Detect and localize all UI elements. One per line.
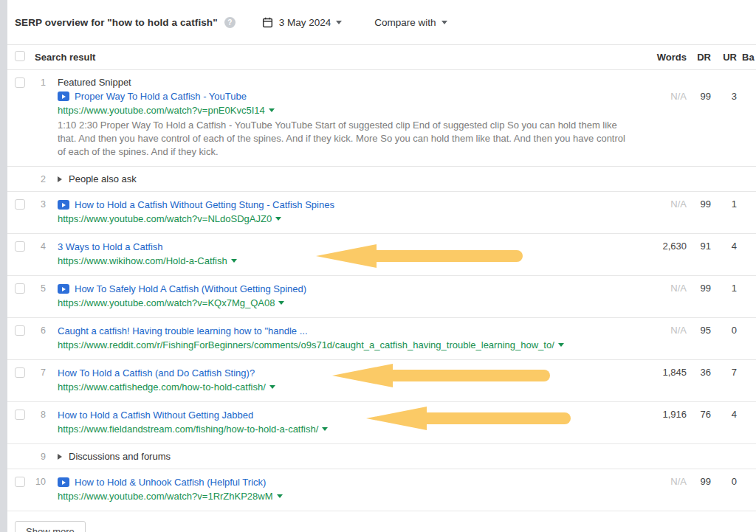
url-dropdown-caret[interactable] — [278, 301, 284, 305]
table-row: 5How To Safely Hold A Catfish (Without G… — [7, 276, 756, 318]
table-row: 10How to Hold & Unhook Catfish (Helpful … — [7, 469, 756, 511]
url-dropdown-caret[interactable] — [322, 427, 328, 431]
row-position: 9 — [25, 452, 46, 462]
expand-icon — [58, 454, 62, 460]
row-checkbox[interactable] — [15, 477, 25, 487]
row-position: 3 — [25, 198, 46, 210]
result-url[interactable]: https://www.catfishedge.com/how-to-hold-… — [58, 380, 266, 394]
table-row: 3How to Hold a Catfish Without Getting S… — [7, 192, 756, 234]
row-checkbox[interactable] — [15, 199, 25, 210]
row-position: 7 — [25, 366, 46, 378]
column-header-backlinks: Ba — [737, 52, 756, 63]
row-checkbox[interactable] — [15, 410, 25, 420]
result-snippet: 1:10 2:30 Proper Way To Hold a Catfish -… — [58, 119, 635, 159]
row-position: 1 — [25, 76, 46, 88]
dr-value: 99 — [687, 76, 711, 102]
result-url[interactable]: https://www.wikihow.com/Hold-a-Catfish — [58, 254, 227, 268]
dr-value: 99 — [687, 198, 711, 210]
result-title-link[interactable]: How To Safely Hold A Catfish (Without Ge… — [75, 282, 306, 296]
calendar-icon — [262, 17, 273, 28]
url-dropdown-caret[interactable] — [231, 259, 237, 263]
result-title-link[interactable]: Proper Way To Hold a Catfish - YouTube — [75, 89, 247, 103]
serp-feature-toggle[interactable]: People also ask — [58, 173, 635, 184]
words-value: N/A — [635, 282, 687, 294]
result-title-link[interactable]: How To Hold a Catfish (and Do Catfish St… — [58, 366, 255, 380]
table-row: 43 Ways to Hold a Catfishhttps://www.wik… — [7, 234, 756, 276]
video-play-icon — [58, 477, 69, 487]
serp-feature-row: 2People also ask — [7, 167, 756, 192]
ur-value — [711, 456, 737, 457]
row-position: 6 — [25, 324, 46, 336]
result-url[interactable]: https://www.youtube.com/watch?v=1RrZhKP2… — [58, 489, 273, 503]
result-url[interactable]: https://www.fieldandstream.com/fishing/h… — [58, 422, 318, 436]
result-title-link[interactable]: 3 Ways to Hold a Catfish — [58, 240, 163, 254]
featured-snippet-label: Featured Snippet — [58, 76, 635, 89]
serp-feature-row: 9Discussions and forums — [7, 444, 756, 469]
serp-overview-page: SERP overview for "how to hold a catfish… — [0, 0, 756, 532]
ur-value: 7 — [711, 366, 737, 378]
results-table-body: 1Featured SnippetProper Way To Hold a Ca… — [7, 70, 756, 511]
result-title-link[interactable]: How to Hold & Unhook Catfish (Helpful Tr… — [75, 475, 266, 489]
words-value — [635, 456, 687, 457]
show-more-button[interactable]: Show more — [15, 521, 86, 532]
result-title-link[interactable]: Caught a catfish! Having trouble learnin… — [58, 324, 308, 338]
video-play-icon — [58, 200, 69, 210]
row-position: 2 — [25, 174, 46, 184]
dr-value: 91 — [687, 240, 711, 252]
result-title-link[interactable]: How to Hold a Catfish Without Getting St… — [75, 198, 334, 212]
result-url[interactable]: https://www.youtube.com/watch?v=pnE0Kvc5… — [58, 103, 265, 117]
result-url[interactable]: https://www.reddit.com/r/FishingForBegin… — [58, 338, 554, 352]
ur-value: 3 — [711, 76, 737, 102]
column-header-search-result: Search result — [25, 52, 635, 63]
words-value: N/A — [635, 324, 687, 336]
compare-with-dropdown[interactable]: Compare with — [374, 17, 447, 28]
column-header-dr: DR — [687, 52, 711, 63]
chevron-down-icon — [336, 21, 342, 24]
table-row: 6Caught a catfish! Having trouble learni… — [7, 318, 756, 360]
chevron-down-icon — [441, 21, 447, 24]
ur-value: 0 — [711, 324, 737, 336]
row-position: 4 — [25, 240, 46, 252]
table-row: 7How To Hold a Catfish (and Do Catfish S… — [7, 360, 756, 402]
date-picker-value: 3 May 2024 — [279, 17, 331, 28]
table-header-row: Search result Words DR UR Ba — [7, 44, 756, 70]
serp-feature-label: People also ask — [69, 173, 137, 184]
words-value — [635, 179, 687, 179]
url-dropdown-caret[interactable] — [558, 343, 564, 347]
page-left-gutter — [0, 0, 7, 532]
words-value: N/A — [635, 76, 687, 102]
words-value: 2,630 — [635, 240, 687, 252]
row-checkbox[interactable] — [15, 241, 25, 252]
result-title-link[interactable]: How to Hold a Catfish Without Getting Ja… — [58, 408, 253, 422]
url-dropdown-caret[interactable] — [275, 217, 281, 221]
url-dropdown-caret[interactable] — [269, 385, 275, 389]
page-title: SERP overview for "how to hold a catfish… — [15, 17, 218, 28]
row-checkbox[interactable] — [15, 367, 25, 378]
video-play-icon — [58, 284, 69, 294]
result-url[interactable]: https://www.youtube.com/watch?v=KQx7Mg_Q… — [58, 296, 275, 310]
row-position: 10 — [25, 475, 46, 487]
dr-value: 95 — [687, 324, 711, 336]
row-checkbox[interactable] — [15, 283, 25, 294]
words-value: N/A — [635, 475, 687, 487]
ur-value — [711, 179, 737, 179]
help-icon[interactable]: ? — [224, 17, 236, 28]
dr-value: 99 — [687, 475, 711, 487]
url-dropdown-caret[interactable] — [277, 494, 283, 498]
select-all-checkbox[interactable] — [15, 51, 25, 61]
result-url[interactable]: https://www.youtube.com/watch?v=NLdoSDgA… — [58, 212, 272, 226]
row-checkbox[interactable] — [15, 325, 25, 336]
dr-value — [687, 456, 711, 457]
words-value: 1,845 — [635, 366, 687, 378]
url-dropdown-caret[interactable] — [269, 108, 275, 112]
serp-feature-toggle[interactable]: Discussions and forums — [58, 451, 635, 462]
words-value: 1,916 — [635, 408, 687, 420]
ur-value: 0 — [711, 475, 737, 487]
expand-icon — [58, 176, 62, 182]
table-row: 8How to Hold a Catfish Without Getting J… — [7, 402, 756, 444]
serp-feature-label: Discussions and forums — [69, 451, 171, 462]
row-checkbox[interactable] — [15, 77, 25, 88]
serp-overview-panel: SERP overview for "how to hold a catfish… — [7, 0, 756, 532]
dr-value — [687, 179, 711, 179]
date-picker[interactable]: 3 May 2024 — [262, 17, 343, 28]
